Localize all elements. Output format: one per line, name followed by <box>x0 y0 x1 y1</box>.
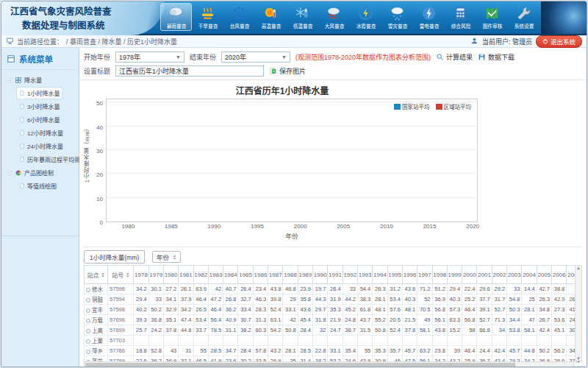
value-cell: 50.2 <box>148 305 163 315</box>
column-header-year-1998[interactable]: 1998 <box>432 266 447 284</box>
table-row-57696[interactable]: 万载5769639.336.835.147.453.456.440.930.73… <box>85 315 582 325</box>
value-cell <box>283 336 298 346</box>
toolbar-item-hail[interactable]: 冰雹普查 <box>350 3 381 31</box>
column-header-year-1983[interactable]: 1983 <box>208 266 223 284</box>
download-button[interactable]: 数据下载 <box>478 52 514 62</box>
column-header-year-1991[interactable]: 1991 <box>328 266 343 284</box>
toolbar-item-settings[interactable]: 系统设置 <box>508 3 539 31</box>
column-header-year-2002[interactable]: 2002 <box>492 266 506 284</box>
toolbar-item-typhoon[interactable]: 台风普查 <box>223 3 255 31</box>
start-year-select[interactable]: 1978年 ▼ <box>115 52 184 63</box>
toolbar-item-snow[interactable]: 雪灾普查 <box>381 3 413 31</box>
toolbar-item-high-temp[interactable]: 高温普查 <box>255 3 287 31</box>
table-row-57596[interactable]: 修水5759634.230.127.226.163.94240.726.423.… <box>85 284 582 294</box>
sidebar-item-0-3[interactable]: 12小时降水量 <box>16 127 66 139</box>
value-cell: 38.7 <box>343 325 357 336</box>
toolbar-item-rainstorm[interactable]: 暴雨普查 <box>160 3 192 31</box>
column-header-year-2006[interactable]: 2006 <box>552 266 567 284</box>
column-header-year-1979[interactable]: 1979 <box>148 266 163 284</box>
toolbar-item-risk[interactable]: 综合风险 <box>445 3 476 31</box>
scroll-down-icon[interactable]: ▼ <box>576 356 581 361</box>
calculate-button[interactable]: 计算结果 <box>436 52 473 62</box>
logout-button[interactable]: 退出系统 <box>536 35 582 48</box>
value-cell: 58.1 <box>417 325 432 336</box>
scroll-up-icon[interactable]: ▲ <box>576 266 581 270</box>
chart-title-label: 设置标题 <box>84 66 110 76</box>
column-header-year-1994[interactable]: 1994 <box>373 266 387 284</box>
value-cell <box>313 336 328 346</box>
column-header-year-1985[interactable]: 1985 <box>238 266 253 284</box>
sidebar-item-0-5[interactable]: 历年暴雨过程平均雨量 <box>16 153 89 166</box>
column-header-year-2000[interactable]: 2000 <box>462 266 477 284</box>
sidebar-item-0-0[interactable]: 1小时降水量 <box>16 87 62 99</box>
sidebar-item-0-4[interactable]: 24小时降水量 <box>16 140 66 152</box>
settings-icon <box>515 5 532 21</box>
expand-icon[interactable] <box>7 170 12 176</box>
table-row-57699[interactable]: 上高5769925.724.237.844.833.778.531.138.26… <box>85 325 582 336</box>
value-cell: 53.8 <box>507 325 522 336</box>
row-select-radio[interactable] <box>86 339 90 344</box>
legend-item[interactable]: 区域站平均 <box>436 102 472 110</box>
toolbar-item-low-temp[interactable]: 低温普查 <box>287 3 318 31</box>
column-header-station-id[interactable]: 站号▲▼ <box>108 266 134 284</box>
toolbar-item-lightning[interactable]: 雷电普查 <box>413 3 445 31</box>
toolbar-item-gale[interactable]: 大风普查 <box>318 3 350 31</box>
value-cell: 46.4 <box>208 305 223 315</box>
sidebar-group-1[interactable]: 产品图绘制 <box>3 166 77 179</box>
column-header-station[interactable]: 站点▲▼ <box>85 266 108 284</box>
chart-title-input[interactable]: 江西省历年1小时降水量 <box>115 66 264 77</box>
table-row-57598[interactable]: 宜丰5759840.250.232.934.226.546.436.233.42… <box>85 305 582 315</box>
column-header-year-2003[interactable]: 2003 <box>507 266 522 284</box>
sidebar-item-0-2[interactable]: 6小时降水量 <box>16 113 62 126</box>
x-tick-label: 2020 <box>466 223 479 230</box>
path-prefix: 当前路径位置： <box>17 37 63 46</box>
sidebar-item-1-0[interactable]: 等值线绘图 <box>16 180 60 192</box>
column-header-year-1995[interactable]: 1995 <box>387 266 402 284</box>
table-row-57594[interactable]: 铜鼓5759429.43334.137.946.447.226.832.746.… <box>85 294 582 305</box>
vertical-scrollbar[interactable]: ▲▼ <box>575 265 582 361</box>
column-header-year-1981[interactable]: 1981 <box>179 266 193 284</box>
value-cell: 44.2 <box>343 294 357 305</box>
row-select-radio[interactable] <box>86 288 90 292</box>
row-select-radio[interactable] <box>86 350 90 354</box>
column-header-year-2005[interactable]: 2005 <box>537 266 551 284</box>
value-cell: 42.4 <box>537 325 551 336</box>
end-year-select[interactable]: 2020年 ▼ <box>221 52 290 63</box>
column-header-year-1992[interactable]: 1992 <box>343 266 357 284</box>
toolbar-item-map-audit[interactable]: 图件审核 <box>476 3 508 31</box>
column-header-year-1988[interactable]: 1988 <box>283 266 298 284</box>
column-header-year-1987[interactable]: 1987 <box>268 266 283 284</box>
column-header-year-1996[interactable]: 1996 <box>402 266 417 284</box>
table-row-57703[interactable]: 上栗57703 <box>85 336 582 346</box>
row-select-radio[interactable] <box>86 319 90 323</box>
column-header-year-1982[interactable]: 1982 <box>193 266 208 284</box>
row-select-radio[interactable] <box>86 308 90 313</box>
column-header-year-1999[interactable]: 1999 <box>447 266 462 284</box>
column-header-year-2004[interactable]: 2004 <box>522 266 537 284</box>
unit-button[interactable]: 1小时降水量(mm) <box>84 250 145 263</box>
column-header-year-1980[interactable]: 1980 <box>163 266 178 284</box>
expand-icon[interactable] <box>7 77 12 83</box>
table-row-57786[interactable]: 萍乡5778618.852.843315528.534.728.457.843.… <box>85 346 582 356</box>
column-header-year-1989[interactable]: 1989 <box>298 266 312 284</box>
column-header-year-1978[interactable]: 1978 <box>134 266 148 284</box>
column-header-year-1986[interactable]: 1986 <box>253 266 268 284</box>
save-image-button[interactable]: 保存图片 <box>269 66 306 76</box>
column-header-year-1997[interactable]: 1997 <box>417 266 432 284</box>
value-cell: 15.2 <box>447 325 462 336</box>
horizontal-scrollbar[interactable] <box>84 361 574 367</box>
value-cell: 42 <box>283 315 298 325</box>
legend-item[interactable]: 国家站平均 <box>394 102 430 110</box>
toolbar-item-drought[interactable]: 干旱普查 <box>192 3 223 31</box>
row-select-radio[interactable] <box>86 329 90 333</box>
value-cell: 33.4 <box>238 305 253 315</box>
row-select-radio[interactable] <box>86 298 90 302</box>
sidebar-item-0-1[interactable]: 3小时降水量 <box>16 100 62 113</box>
column-header-year-2001[interactable]: 2001 <box>477 266 492 284</box>
sidebar-group-0[interactable]: 降水量 <box>3 74 77 86</box>
scrollbar-thumb[interactable] <box>85 363 515 367</box>
column-header-year-1990[interactable]: 1990 <box>313 266 328 284</box>
year-filter-dropdown[interactable]: 年份 ▲▼ <box>152 251 181 263</box>
column-header-year-1984[interactable]: 1984 <box>223 266 238 284</box>
column-header-year-1993[interactable]: 1993 <box>357 266 372 284</box>
